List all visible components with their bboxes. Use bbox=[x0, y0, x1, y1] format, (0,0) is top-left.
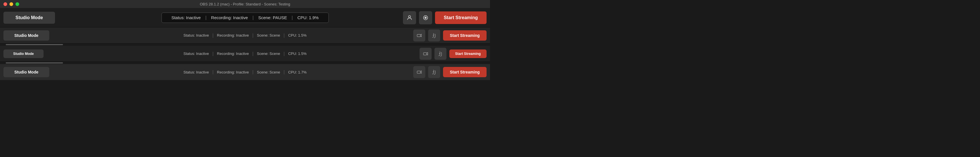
svg-point-2 bbox=[425, 17, 426, 19]
status-bar-2: Status: Inactive | Recording: Inactive |… bbox=[180, 33, 310, 38]
brush-icon-button-4[interactable] bbox=[428, 66, 440, 78]
right-controls-2: Start Streaming bbox=[413, 29, 487, 41]
recording-4: Recording: Inactive bbox=[214, 70, 252, 75]
status-3: Status: Inactive bbox=[180, 51, 213, 56]
brush-icon-button-3[interactable] bbox=[434, 48, 447, 60]
obs-row-main: Studio Mode Status: Inactive | Recording… bbox=[0, 8, 490, 27]
title-bar: OBS 28.1.2 (mac) - Profile: Standard - S… bbox=[0, 0, 490, 8]
cpu-3: CPU: 1.5% bbox=[285, 51, 310, 56]
svg-rect-3 bbox=[417, 34, 420, 36]
camera-icon-button-3[interactable] bbox=[420, 48, 431, 60]
scene-4: Scene: Scene bbox=[253, 70, 283, 75]
window-title: OBS 28.1.2 (mac) - Profile: Standard - S… bbox=[200, 2, 290, 6]
cpu-main: CPU: 1.9% bbox=[293, 15, 323, 20]
brush-icon-button-2[interactable] bbox=[428, 29, 440, 41]
camera-icon-button-2[interactable] bbox=[413, 29, 425, 41]
start-streaming-button-3[interactable]: Start Streaming bbox=[449, 49, 487, 58]
status-bar-4: Status: Inactive | Recording: Inactive |… bbox=[180, 70, 310, 75]
status-inactive-main: Status: Inactive bbox=[167, 15, 205, 20]
svg-point-0 bbox=[408, 16, 410, 17]
recording-3: Recording: Inactive bbox=[214, 51, 252, 56]
svg-rect-5 bbox=[417, 71, 420, 73]
scene-main: Scene: PAUSE bbox=[254, 15, 292, 20]
start-streaming-button-2[interactable]: Start Streaming bbox=[443, 30, 487, 41]
start-streaming-button-main[interactable]: Start Streaming bbox=[435, 11, 487, 24]
recording-inactive-main: Recording: Inactive bbox=[207, 15, 252, 20]
cpu-4: CPU: 1.7% bbox=[285, 70, 310, 75]
maximize-button[interactable] bbox=[16, 2, 19, 6]
start-streaming-button-4[interactable]: Start Streaming bbox=[443, 67, 487, 77]
status-2: Status: Inactive bbox=[180, 33, 213, 38]
obs-row-4: Studio Mode Status: Inactive | Recording… bbox=[0, 64, 490, 80]
right-controls-3: Start Streaming bbox=[420, 48, 487, 60]
right-controls-4: Start Streaming bbox=[413, 66, 487, 78]
traffic-lights bbox=[3, 2, 19, 6]
studio-mode-button-3[interactable]: Studio Mode bbox=[3, 49, 43, 58]
obs-row-2: Studio Mode Status: Inactive | Recording… bbox=[0, 27, 490, 43]
minimize-button[interactable] bbox=[10, 2, 13, 6]
account-icon-button[interactable] bbox=[403, 11, 416, 24]
status-4: Status: Inactive bbox=[180, 70, 213, 75]
right-controls-main: Start Streaming bbox=[403, 11, 487, 24]
scene-3: Scene: Scene bbox=[253, 51, 283, 56]
record-icon-button[interactable] bbox=[419, 11, 432, 24]
close-button[interactable] bbox=[3, 2, 7, 6]
status-bar-main: Status: Inactive | Recording: Inactive |… bbox=[161, 13, 328, 23]
svg-rect-4 bbox=[423, 52, 427, 55]
obs-row-3: Studio Mode Status: Inactive | Recording… bbox=[0, 46, 490, 62]
recording-2: Recording: Inactive bbox=[214, 33, 252, 38]
scene-2: Scene: Scene bbox=[253, 33, 283, 38]
scrollbar-indicator[interactable] bbox=[6, 44, 63, 45]
scrollbar-indicator-2[interactable] bbox=[6, 62, 63, 63]
studio-mode-button-4[interactable]: Studio Mode bbox=[3, 67, 49, 77]
studio-mode-button-2[interactable]: Studio Mode bbox=[3, 30, 49, 41]
status-bar-3: Status: Inactive | Recording: Inactive |… bbox=[180, 51, 310, 56]
cpu-2: CPU: 1.5% bbox=[285, 33, 310, 38]
studio-mode-button-main[interactable]: Studio Mode bbox=[3, 12, 55, 24]
camera-icon-button-4[interactable] bbox=[413, 66, 425, 78]
